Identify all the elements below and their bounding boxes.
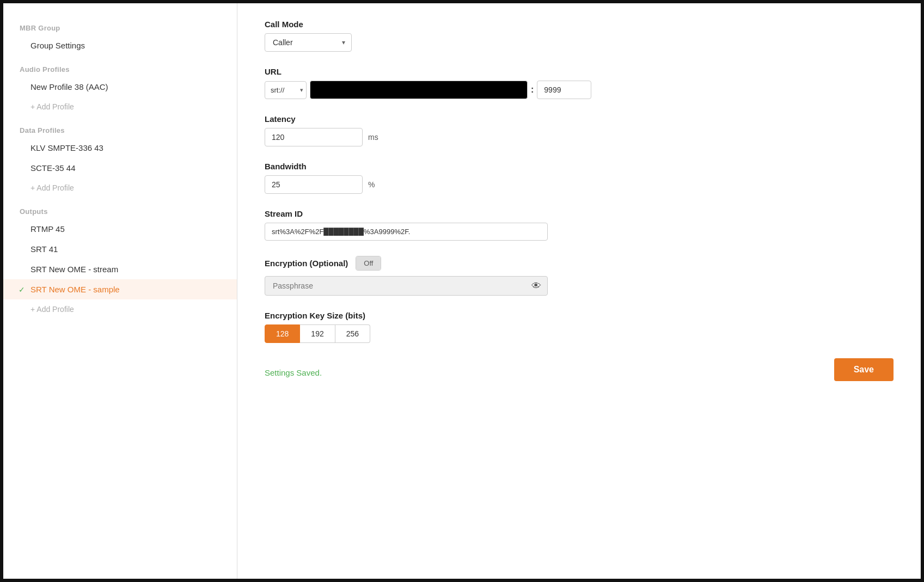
url-host-input[interactable]	[310, 81, 528, 99]
url-label: URL	[265, 67, 894, 76]
sidebar-section-mbr-group: MBR Group	[3, 14, 237, 35]
latency-input[interactable]	[265, 128, 363, 146]
sidebar: MBR Group Group Settings Audio Profiles …	[3, 3, 237, 579]
sidebar-item-scte-35[interactable]: SCTE-35 44	[3, 158, 237, 178]
url-colon-separator: :	[531, 85, 534, 95]
encryption-toggle-label: Off	[356, 256, 381, 270]
bandwidth-input[interactable]	[265, 175, 363, 194]
sidebar-item-klv-smpte[interactable]: KLV SMPTE-336 43	[3, 138, 237, 158]
passphrase-input[interactable]	[265, 276, 548, 296]
url-protocol-select[interactable]: srt:// rtmp:// udp://	[265, 81, 307, 99]
call-mode-section: Call Mode Caller Listener Rendezvous ▾	[265, 20, 894, 52]
sidebar-item-srt-new-ome-stream[interactable]: SRT New OME - stream	[3, 259, 237, 279]
latency-row: ms	[265, 128, 894, 146]
stream-id-section: Stream ID	[265, 209, 894, 241]
sidebar-item-rtmp-45[interactable]: RTMP 45	[3, 219, 237, 239]
sidebar-item-add-data-profile[interactable]: + Add Profile	[3, 178, 237, 198]
bandwidth-unit: %	[368, 180, 375, 189]
encryption-label-row: Encryption (Optional) Off	[265, 256, 894, 271]
sidebar-section-audio-profiles: Audio Profiles	[3, 56, 237, 77]
sidebar-item-group-settings[interactable]: Group Settings	[3, 35, 237, 56]
save-button[interactable]: Save	[834, 358, 894, 381]
url-section: URL srt:// rtmp:// udp:// ▾ :	[265, 67, 894, 99]
call-mode-select[interactable]: Caller Listener Rendezvous	[265, 33, 352, 52]
key-size-128-button[interactable]: 128	[265, 324, 300, 343]
latency-section: Latency ms	[265, 114, 894, 146]
key-size-buttons: 128 192 256	[265, 324, 894, 343]
bandwidth-label: Bandwidth	[265, 162, 894, 171]
check-icon: ✓	[19, 285, 25, 294]
sidebar-item-add-audio-profile[interactable]: + Add Profile	[3, 97, 237, 117]
key-size-section: Encryption Key Size (bits) 128 192 256	[265, 311, 894, 343]
sidebar-section-data-profiles: Data Profiles	[3, 117, 237, 138]
sidebar-item-add-output-profile[interactable]: + Add Profile	[3, 299, 237, 319]
key-size-label: Encryption Key Size (bits)	[265, 311, 894, 320]
sidebar-item-srt-new-ome-sample[interactable]: ✓ SRT New OME - sample	[3, 279, 237, 299]
bandwidth-row: %	[265, 175, 894, 194]
main-content: Call Mode Caller Listener Rendezvous ▾ U…	[237, 3, 921, 579]
latency-unit: ms	[368, 133, 378, 142]
url-port-input[interactable]	[537, 81, 591, 99]
sidebar-item-srt-41[interactable]: SRT 41	[3, 239, 237, 259]
key-size-256-button[interactable]: 256	[335, 324, 370, 343]
url-row: srt:// rtmp:// udp:// ▾ :	[265, 81, 894, 99]
encryption-section: Encryption (Optional) Off 👁	[265, 256, 894, 296]
latency-label: Latency	[265, 114, 894, 124]
encryption-toggle[interactable]: Off	[356, 256, 381, 271]
stream-id-input[interactable]	[265, 223, 548, 241]
passphrase-row: 👁	[265, 276, 548, 296]
bandwidth-section: Bandwidth %	[265, 162, 894, 194]
call-mode-select-wrapper: Caller Listener Rendezvous ▾	[265, 33, 352, 52]
settings-saved-text: Settings Saved.	[265, 368, 322, 377]
eye-icon[interactable]: 👁	[531, 280, 541, 292]
encryption-label: Encryption (Optional)	[265, 259, 348, 268]
stream-id-label: Stream ID	[265, 209, 894, 218]
key-size-192-button[interactable]: 192	[300, 324, 335, 343]
app-container: MBR Group Group Settings Audio Profiles …	[0, 0, 924, 582]
call-mode-label: Call Mode	[265, 20, 894, 29]
sidebar-section-outputs: Outputs	[3, 198, 237, 219]
sidebar-item-new-profile-38[interactable]: New Profile 38 (AAC)	[3, 77, 237, 97]
protocol-wrapper: srt:// rtmp:// udp:// ▾	[265, 81, 307, 99]
